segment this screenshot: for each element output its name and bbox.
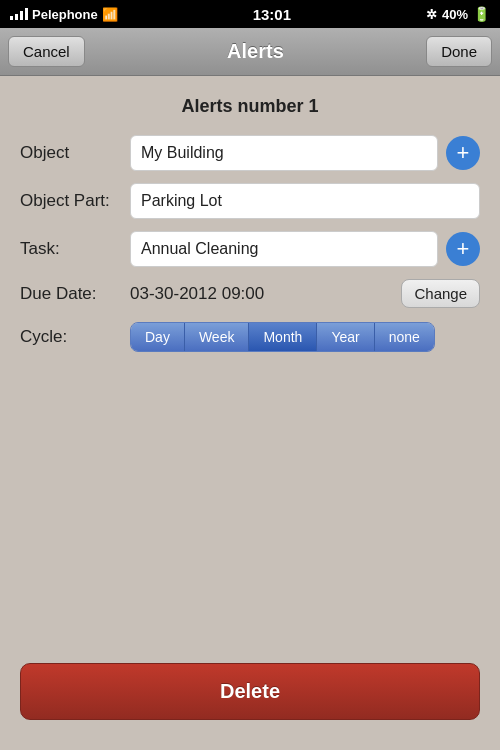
carrier-label: Pelephone — [32, 7, 98, 22]
add-plus-icon: + — [457, 142, 470, 164]
cycle-segment: Day Week Month Year none — [130, 322, 435, 352]
delete-button[interactable]: Delete — [20, 663, 480, 720]
cycle-none-button[interactable]: none — [375, 323, 434, 351]
due-date-value: 03-30-2012 09:00 — [130, 284, 401, 304]
content-area: Alerts number 1 Object + Object Part: Ta… — [0, 76, 500, 750]
cycle-week-button[interactable]: Week — [185, 323, 250, 351]
battery-label: 40% — [442, 7, 468, 22]
cycle-month-button[interactable]: Month — [249, 323, 317, 351]
bluetooth-icon: ✲ — [426, 7, 437, 22]
object-label: Object — [20, 143, 130, 163]
cycle-label: Cycle: — [20, 327, 130, 347]
nav-title: Alerts — [227, 40, 284, 63]
done-button[interactable]: Done — [426, 36, 492, 67]
object-part-label: Object Part: — [20, 191, 130, 211]
cycle-row: Cycle: Day Week Month Year none — [20, 322, 480, 352]
object-input[interactable] — [130, 135, 438, 171]
battery-icon: 🔋 — [473, 6, 490, 22]
task-row: Task: + — [20, 231, 480, 267]
status-time: 13:01 — [253, 6, 291, 23]
section-title: Alerts number 1 — [0, 96, 500, 117]
task-label: Task: — [20, 239, 130, 259]
object-part-row: Object Part: — [20, 183, 480, 219]
cycle-day-button[interactable]: Day — [131, 323, 185, 351]
task-input[interactable] — [130, 231, 438, 267]
due-date-row: Due Date: 03-30-2012 09:00 Change — [20, 279, 480, 308]
object-part-input[interactable] — [130, 183, 480, 219]
status-left: Pelephone 📶 — [10, 7, 118, 22]
form-container: Object + Object Part: Task: + Due Date: … — [0, 135, 500, 352]
cancel-button[interactable]: Cancel — [8, 36, 85, 67]
status-right: ✲ 40% 🔋 — [426, 6, 490, 22]
cycle-year-button[interactable]: Year — [317, 323, 374, 351]
object-row: Object + — [20, 135, 480, 171]
wifi-icon: 📶 — [102, 7, 118, 22]
task-add-button[interactable]: + — [446, 232, 480, 266]
due-date-label: Due Date: — [20, 284, 130, 304]
delete-container: Delete — [20, 663, 480, 720]
change-date-button[interactable]: Change — [401, 279, 480, 308]
signal-bars — [10, 8, 28, 20]
nav-bar: Cancel Alerts Done — [0, 28, 500, 76]
object-add-button[interactable]: + — [446, 136, 480, 170]
task-add-plus-icon: + — [457, 238, 470, 260]
status-bar: Pelephone 📶 13:01 ✲ 40% 🔋 — [0, 0, 500, 28]
